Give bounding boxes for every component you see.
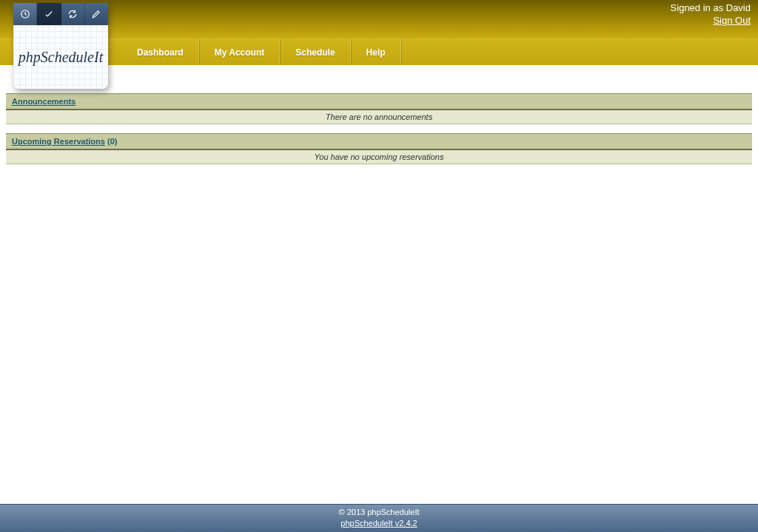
sign-out-link[interactable]: Sign Out bbox=[713, 15, 751, 26]
signed-in-label: Signed in as David bbox=[671, 2, 751, 15]
footer-copyright: © 2013 phpScheduleIt bbox=[0, 507, 758, 517]
upcoming-header: Upcoming Reservations (0) bbox=[6, 133, 752, 150]
auth-block: Signed in as David Sign Out bbox=[671, 2, 751, 27]
check-icon[interactable] bbox=[37, 3, 61, 25]
footer: © 2013 phpScheduleIt phpScheduleIt v2.4.… bbox=[0, 504, 758, 532]
announcements-title-link[interactable]: Announcements bbox=[12, 97, 76, 106]
upcoming-title-link[interactable]: Upcoming Reservations bbox=[12, 137, 105, 146]
header: Signed in as David Sign Out phpScheduleI… bbox=[0, 0, 758, 65]
refresh-icon[interactable] bbox=[61, 3, 85, 25]
announcements-empty: There are no announcements bbox=[6, 110, 752, 124]
upcoming-count: (0) bbox=[107, 137, 117, 146]
announcements-panel: Announcements There are no announcements bbox=[6, 93, 752, 124]
pencil-icon[interactable] bbox=[85, 3, 108, 25]
footer-version-link[interactable]: phpScheduleIt v2.4.2 bbox=[341, 519, 417, 528]
logo-text: phpScheduleIt bbox=[19, 49, 103, 66]
nav-schedule[interactable]: Schedule bbox=[280, 39, 350, 65]
main-content: Announcements There are no announcements… bbox=[0, 65, 758, 504]
upcoming-empty: You have no upcoming reservations bbox=[6, 150, 752, 164]
navbar: Dashboard My Account Schedule Help bbox=[0, 38, 758, 65]
upcoming-panel: Upcoming Reservations (0) You have no up… bbox=[6, 133, 752, 164]
logo-body: phpScheduleIt bbox=[13, 25, 108, 89]
logo-icon-row bbox=[13, 3, 108, 25]
announcements-header: Announcements bbox=[6, 93, 752, 110]
nav-my-account[interactable]: My Account bbox=[199, 39, 281, 65]
nav-dashboard[interactable]: Dashboard bbox=[122, 39, 199, 65]
logo-card[interactable]: phpScheduleIt bbox=[13, 3, 108, 89]
clock-icon[interactable] bbox=[13, 3, 37, 25]
nav-help[interactable]: Help bbox=[351, 39, 401, 65]
